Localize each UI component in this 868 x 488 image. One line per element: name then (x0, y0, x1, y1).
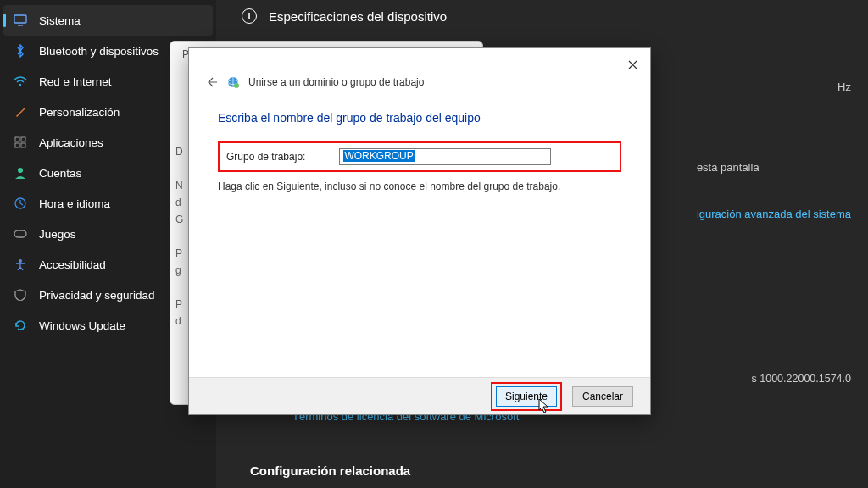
sidebar-item-label: Sistema (39, 14, 81, 27)
svg-point-10 (19, 259, 22, 263)
sidebar-item-label: Bluetooth y dispositivos (39, 45, 159, 58)
device-spec-row[interactable]: i Especificaciones del dispositivo (216, 0, 868, 32)
bluetooth-icon (14, 44, 27, 58)
svg-rect-9 (14, 230, 26, 237)
join-domain-wizard: Unirse a un dominio o grupo de trabajo E… (188, 47, 651, 415)
info-icon: i (242, 8, 257, 24)
sysprops-body-fragment: D N d G P g P d (175, 143, 183, 330)
sidebar-item-label: Personalización (39, 106, 120, 119)
workgroup-field-highlight: Grupo de trabajo: WORKGROUP (218, 141, 621, 172)
shield-icon (14, 288, 27, 302)
sidebar-item-label: Juegos (39, 228, 76, 241)
close-button[interactable] (623, 55, 642, 74)
sidebar-item-label: Privacidad y seguridad (39, 289, 155, 302)
next-button[interactable]: Siguiente (496, 386, 557, 407)
copy-link-partial: esta pantalla (697, 161, 851, 174)
brush-icon (14, 105, 27, 119)
next-button-highlight: Siguiente (491, 382, 562, 411)
device-spec-label: Especificaciones del dispositivo (269, 9, 447, 24)
clock-icon (14, 197, 27, 210)
related-config-header: Configuración relacionada (250, 463, 410, 478)
svg-point-7 (18, 168, 23, 173)
workgroup-input[interactable]: WORKGROUP (339, 148, 551, 165)
gamepad-icon (14, 227, 27, 241)
svg-rect-0 (14, 15, 26, 23)
wifi-icon (14, 75, 27, 88)
person-icon (14, 166, 27, 180)
update-icon (14, 319, 27, 332)
sidebar-item-label: Hora e idioma (39, 197, 110, 210)
advanced-system-link[interactable]: iguración avanzada del sistema (697, 208, 851, 220)
cancel-button[interactable]: Cancelar (572, 386, 633, 407)
svg-rect-3 (15, 137, 19, 141)
grid-icon (14, 136, 27, 149)
sidebar-item-label: Windows Update (39, 319, 125, 332)
sidebar-item-label: Cuentas (39, 167, 81, 180)
network-globe-icon (226, 75, 240, 89)
workgroup-label: Grupo de trabajo: (226, 151, 305, 163)
accessibility-icon (14, 258, 27, 271)
wizard-hint: Haga clic en Siguiente, incluso si no co… (218, 180, 621, 192)
monitor-icon (14, 14, 27, 27)
svg-point-13 (234, 83, 239, 88)
svg-point-2 (19, 84, 21, 86)
svg-rect-4 (21, 137, 25, 141)
wizard-title: Escriba el nombre del grupo de trabajo d… (218, 111, 621, 125)
build-number: s 1000.22000.1574.0 (752, 373, 851, 385)
workgroup-input-value: WORKGROUP (343, 150, 414, 162)
svg-rect-5 (15, 143, 19, 147)
wizard-breadcrumb: Unirse a un dominio o grupo de trabajo (248, 76, 424, 88)
wizard-footer: Siguiente Cancelar (189, 377, 650, 414)
svg-rect-6 (21, 143, 25, 147)
sidebar-item-label: Red e Internet (39, 75, 112, 88)
sidebar-item-sistema[interactable]: Sistema (3, 5, 213, 36)
sidebar-item-label: Aplicaciones (39, 136, 103, 149)
back-arrow-icon[interactable] (204, 75, 218, 89)
sidebar-item-label: Accesibilidad (39, 258, 106, 271)
cpu-hz: Hz (837, 80, 851, 93)
